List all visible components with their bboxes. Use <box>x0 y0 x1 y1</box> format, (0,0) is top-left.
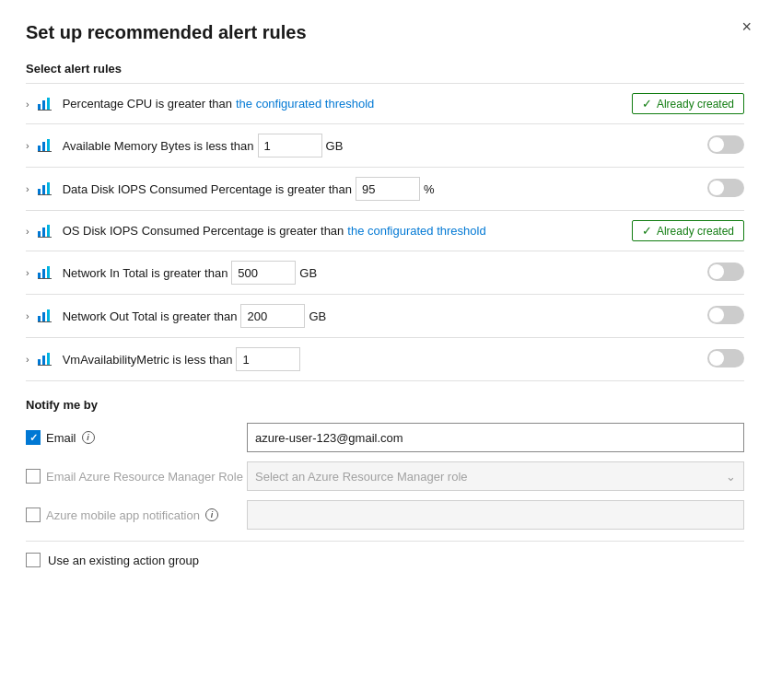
mobile-checkbox[interactable] <box>26 508 41 522</box>
rule-text-networkout: Network Out Total is greater than GB <box>63 304 696 328</box>
rule-text-before-datadisk: Data Disk IOPS Consumed Percentage is gr… <box>63 182 352 196</box>
rule-chevron-memory[interactable]: › <box>26 140 29 151</box>
notify-section: Notify me by Email i Email Azure Resourc… <box>26 398 744 567</box>
email-input[interactable] <box>247 423 744 452</box>
email-checkbox[interactable] <box>26 430 41 445</box>
svg-rect-27 <box>38 365 52 366</box>
rule-chevron-networkin[interactable]: › <box>26 267 29 278</box>
rule-icon-networkout <box>37 307 55 325</box>
svg-rect-16 <box>38 273 41 278</box>
svg-rect-2 <box>47 98 50 110</box>
rule-icon-datadisk <box>37 180 55 198</box>
toggle-slider-networkout <box>707 306 744 324</box>
svg-rect-9 <box>42 185 45 194</box>
rule-unit-networkin: GB <box>299 266 317 280</box>
svg-rect-11 <box>38 194 52 195</box>
already-created-badge-cpu: ✓Already created <box>632 93 744 114</box>
rule-link-osdisk[interactable]: the configurated threshold <box>347 224 485 238</box>
already-created-label-cpu: Already created <box>657 98 734 111</box>
rule-input-networkin[interactable] <box>231 261 296 285</box>
svg-rect-26 <box>47 353 50 365</box>
rule-input-memory[interactable] <box>258 134 322 158</box>
arm-checkbox[interactable] <box>26 469 41 484</box>
rule-chevron-osdisk[interactable]: › <box>26 226 29 237</box>
arm-select[interactable]: Select an Azure Resource Manager role ⌄ <box>247 461 744 491</box>
arm-right: Select an Azure Resource Manager role ⌄ <box>247 461 744 491</box>
rule-icon-memory <box>37 136 55 155</box>
arm-role-row: Email Azure Resource Manager Role Select… <box>26 461 744 491</box>
close-button[interactable]: × <box>741 18 752 35</box>
rule-icon-vmavail <box>37 350 55 368</box>
toggle-slider-networkin <box>707 262 744 281</box>
rule-chevron-datadisk[interactable]: › <box>26 183 29 194</box>
rule-text-cpu: Percentage CPU is greater than the confi… <box>63 97 621 111</box>
svg-rect-14 <box>47 225 50 237</box>
rule-row-networkin: › Network In Total is greater than GB <box>26 251 744 295</box>
rule-action-networkout <box>707 306 744 327</box>
rule-action-cpu: ✓Already created <box>632 93 744 114</box>
action-group-row: Use an existing action group <box>26 553 744 567</box>
rules-list: › Percentage CPU is greater than the con… <box>26 83 744 381</box>
action-group-checkbox[interactable] <box>26 553 41 567</box>
rules-section-label: Select alert rules <box>26 62 744 76</box>
svg-rect-7 <box>38 151 52 152</box>
action-group-label: Use an existing action group <box>48 554 199 567</box>
svg-rect-15 <box>38 237 52 238</box>
email-left: Email i <box>26 430 247 445</box>
mobile-row: Azure mobile app notification i <box>26 500 744 530</box>
rule-action-vmavail <box>707 349 744 370</box>
toggle-slider-datadisk <box>707 179 744 197</box>
arm-placeholder: Select an Azure Resource Manager role <box>255 470 468 484</box>
rule-row-memory: › Available Memory Bytes is less than GB <box>26 124 744 168</box>
toggle-datadisk[interactable] <box>707 179 744 197</box>
email-right <box>247 423 744 452</box>
svg-rect-4 <box>38 146 41 151</box>
rule-unit-memory: GB <box>326 139 344 153</box>
rule-unit-networkout: GB <box>309 309 326 323</box>
rule-icon-cpu <box>37 95 55 113</box>
rule-text-before-networkin: Network In Total is greater than <box>63 266 228 280</box>
email-notify-row: Email i <box>26 423 744 452</box>
mobile-input <box>247 500 744 530</box>
svg-rect-21 <box>42 312 45 321</box>
rule-row-osdisk: › OS Disk IOPS Consumed Percentage is gr… <box>26 211 744 251</box>
already-created-label-osdisk: Already created <box>657 225 734 238</box>
svg-rect-8 <box>38 189 41 194</box>
rule-action-osdisk: ✓Already created <box>632 220 744 241</box>
rule-chevron-vmavail[interactable]: › <box>26 354 29 365</box>
modal-container: Set up recommended alert rules × Select … <box>0 0 770 700</box>
divider <box>26 541 744 542</box>
svg-rect-13 <box>42 228 45 237</box>
toggle-vmavail[interactable] <box>707 349 744 368</box>
svg-rect-0 <box>38 104 41 110</box>
already-created-badge-osdisk: ✓Already created <box>632 220 744 241</box>
rule-row-networkout: › Network Out Total is greater than GB <box>26 295 744 338</box>
mobile-left: Azure mobile app notification i <box>26 508 247 522</box>
svg-rect-10 <box>47 182 50 194</box>
arm-label: Email Azure Resource Manager Role <box>46 470 243 484</box>
rule-input-datadisk[interactable] <box>356 177 420 201</box>
rule-chevron-networkout[interactable]: › <box>26 310 29 321</box>
mobile-info-icon[interactable]: i <box>205 508 218 521</box>
rule-icon-networkin <box>37 263 55 282</box>
rule-input-networkout[interactable] <box>240 304 305 328</box>
svg-rect-23 <box>38 321 52 322</box>
rule-text-before-cpu: Percentage CPU is greater than <box>63 97 232 111</box>
svg-rect-20 <box>38 316 41 321</box>
rule-action-networkin <box>707 262 744 284</box>
rule-text-vmavail: VmAvailabilityMetric is less than <box>63 347 696 371</box>
rule-chevron-cpu[interactable]: › <box>26 99 29 110</box>
svg-rect-17 <box>42 269 45 278</box>
arm-left: Email Azure Resource Manager Role <box>26 469 247 484</box>
svg-rect-18 <box>47 266 50 278</box>
rule-text-datadisk: Data Disk IOPS Consumed Percentage is gr… <box>63 177 696 201</box>
svg-rect-12 <box>38 231 41 237</box>
rule-text-networkin: Network In Total is greater than GB <box>63 261 696 285</box>
toggle-networkout[interactable] <box>707 306 744 324</box>
arm-chevron-icon: ⌄ <box>726 470 736 484</box>
toggle-networkin[interactable] <box>707 262 744 281</box>
toggle-memory[interactable] <box>707 135 744 154</box>
rule-input-vmavail[interactable] <box>236 347 300 371</box>
rule-link-cpu[interactable]: the configurated threshold <box>236 97 374 111</box>
email-info-icon[interactable]: i <box>82 431 95 444</box>
